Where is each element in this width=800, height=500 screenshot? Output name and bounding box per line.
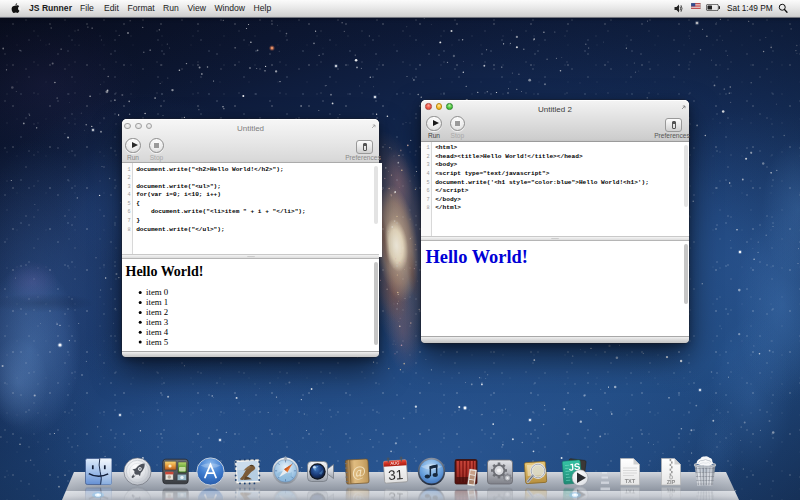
svg-text:@: @: [351, 463, 366, 480]
svg-text:31: 31: [387, 467, 403, 483]
svg-text:TXT: TXT: [625, 478, 636, 484]
svg-text:AUG: AUG: [390, 460, 399, 466]
svg-text:ZIP: ZIP: [667, 479, 676, 485]
